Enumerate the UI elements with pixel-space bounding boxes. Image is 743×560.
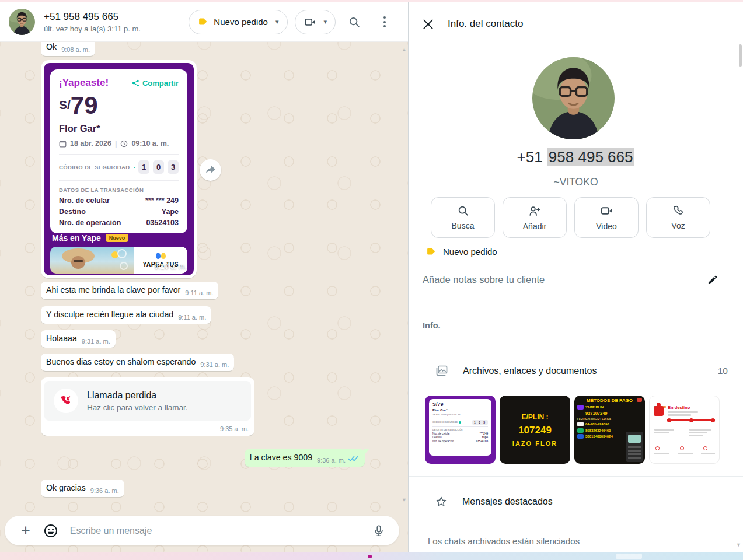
search-action-button[interactable]: Busca <box>431 197 495 238</box>
close-icon <box>423 19 434 30</box>
missed-call-icon <box>60 394 72 407</box>
order-label-text: Nuevo pedido <box>214 17 268 27</box>
microphone-icon <box>372 524 385 537</box>
contact-alias: ~VITOKO <box>409 176 743 188</box>
message-text: Ahi esta me brinda la clave por favor <box>46 285 180 295</box>
info-icon <box>459 421 461 424</box>
missed-call-subtitle: Haz clic para volver a llamar. <box>87 403 188 412</box>
order-tag-icon <box>198 17 208 27</box>
voice-call-button[interactable]: Voz <box>646 197 710 238</box>
panel-scrollbar[interactable] <box>739 44 742 66</box>
order-label-button[interactable]: Nuevo pedido ▾ <box>189 10 288 34</box>
phone-icon <box>672 205 685 217</box>
media-thumb-yape-receipt[interactable]: S/79 Flor Gar* 18 abr. 2026 | 09:10 a. m… <box>425 396 496 464</box>
thumb-digits: 1 0 3 <box>472 420 488 425</box>
order-label-row[interactable]: Nuevo pedido <box>426 247 497 257</box>
media-links-docs-row[interactable]: Archivos, enlaces y documentos 10 <box>409 364 743 378</box>
media-thumb-plin[interactable]: E/PLIN : 107249 IAZO FLOR <box>500 396 570 464</box>
action-label: Busca <box>452 221 475 230</box>
contact-avatar-large[interactable] <box>532 57 615 139</box>
thumb-text: E/PLIN : <box>521 413 548 421</box>
receipt-datetime: 18 abr. 2026 | 09:10 a. m. <box>59 139 179 148</box>
panel-title: Info. del contacto <box>448 18 523 30</box>
edit-notes-button[interactable] <box>707 274 718 286</box>
message-in: Holaaaa9:31 a. m. <box>41 330 116 348</box>
window-bottom-edge <box>0 552 743 560</box>
voice-message-button[interactable] <box>372 524 385 537</box>
action-label: Voz <box>671 221 685 230</box>
emoji-icon <box>43 523 58 538</box>
message-in: Buenos dias estoy en shalom esperando9:3… <box>41 354 234 371</box>
phone-selected-text: 958 495 665 <box>547 148 635 166</box>
close-panel-button[interactable] <box>423 19 434 30</box>
message-time: 9:11 a. m. <box>185 289 213 296</box>
missed-call-texts: Llamada perdida Haz clic para volver a l… <box>87 390 188 412</box>
message-text: Holaaaa <box>46 334 77 343</box>
message-out: La clave es 90099:36 a. m. <box>245 449 365 467</box>
client-notes-field[interactable]: Añade notas sobre tu cliente <box>423 274 545 285</box>
message-time: 9:08 a. m. <box>61 46 90 53</box>
add-contact-button[interactable]: Añadir <box>503 197 567 238</box>
media-count: 10 <box>718 366 728 376</box>
receipt-row: Nro. de operación03524103 <box>59 219 179 227</box>
message-in: Y disculpe recién llegue ala ciudad9:11 … <box>41 306 211 324</box>
starred-label: Mensajes destacados <box>462 496 553 507</box>
emoji-button[interactable] <box>43 523 58 538</box>
message-time: 9:35 a. m. <box>44 421 251 436</box>
missed-call-title: Llamada perdida <box>87 390 188 401</box>
transaction-data-label: DATOS DE LA TRANSACCIÓN <box>59 187 179 193</box>
message-in: Ahi esta me brinda la clave por favor9:1… <box>41 282 218 299</box>
order-label-text: Nuevo pedido <box>443 247 497 257</box>
scroll-down-arrow[interactable]: ▼ <box>736 542 741 548</box>
thumb-payee: Flor Gar* <box>432 408 488 412</box>
divider <box>409 346 743 347</box>
scroll-down-arrow[interactable]: ▼ <box>402 497 407 503</box>
media-thumb-tracking[interactable]: En destino <box>649 396 720 464</box>
message-input[interactable]: Escribe un mensaje <box>70 526 372 536</box>
forward-message-button[interactable] <box>200 159 221 181</box>
media-gallery-icon <box>435 364 449 378</box>
phone-prefix: +51 <box>517 148 547 166</box>
starred-messages-row[interactable]: Mensajes destacados <box>435 495 553 508</box>
avatar-illustration <box>532 57 615 139</box>
media-row-label: Archivos, enlaces y documentos <box>463 366 597 376</box>
receipt-time: 09:10 a. m. <box>131 139 169 148</box>
star-icon <box>435 495 448 508</box>
video-action-button[interactable]: Video <box>574 197 639 238</box>
more-in-yape-label: Más en Yape <box>52 233 101 243</box>
message-text: Ok <box>46 42 57 51</box>
message-composer: + Escribe un mensaje <box>5 516 399 545</box>
message-text: La clave es 9009 <box>250 453 312 462</box>
call-back-button[interactable]: Llamada perdida Haz clic para volver a l… <box>44 381 251 421</box>
yape-title: ¡Yapeaste! <box>59 77 109 89</box>
security-code-digits: 1 0 3 <box>138 160 179 174</box>
message-time-overlay: 9:10 a. m. <box>154 262 187 271</box>
share-button[interactable]: Compartir <box>132 79 179 88</box>
thumb-title: MÉTODOS DE PAGO <box>577 398 642 403</box>
message-text: Y disculpe recién llegue ala ciudad <box>46 310 173 319</box>
receipt-date: 18 abr. 2026 <box>70 139 111 148</box>
video-call-button[interactable]: ▾ <box>295 10 336 34</box>
chevron-down-icon: ▾ <box>323 18 327 26</box>
thumb-text: 107249 <box>518 425 552 436</box>
calendar-icon <box>59 140 67 148</box>
attach-button[interactable]: + <box>21 523 30 538</box>
pencil-icon <box>707 274 718 286</box>
scroll-up-arrow[interactable]: ▲ <box>402 47 407 52</box>
media-thumb-payment-methods[interactable]: MÉTODOS DE PAGO YAPE PLIN : 937107249 FL… <box>574 396 645 464</box>
order-tag-icon <box>426 247 436 257</box>
thumb-text: IAZO FLOR <box>512 440 557 447</box>
divider <box>409 476 743 477</box>
contact-meta[interactable]: +51 958 495 665 últ. vez hoy a la(s) 3:1… <box>44 11 141 33</box>
contact-info-pane: Info. del contacto +51 958 495 665 ~VITO… <box>408 2 743 552</box>
contact-actions: Busca Añadir Video Voz <box>431 197 710 238</box>
chat-menu-button[interactable] <box>373 10 396 34</box>
forward-icon <box>205 164 217 176</box>
archived-chats-note: Los chats archivados están silenciados <box>428 536 580 546</box>
message-receipt-image[interactable]: ¡Yapeaste! Compartir S/ 79 Flor Gar* <box>41 60 197 278</box>
search-in-chat-button[interactable] <box>343 10 366 34</box>
share-icon <box>132 79 139 87</box>
thumb-tx-label: DATOS DE LA TRANSACCIÓN <box>432 429 488 431</box>
info-icon[interactable] <box>134 163 135 172</box>
contact-avatar[interactable] <box>9 9 35 35</box>
